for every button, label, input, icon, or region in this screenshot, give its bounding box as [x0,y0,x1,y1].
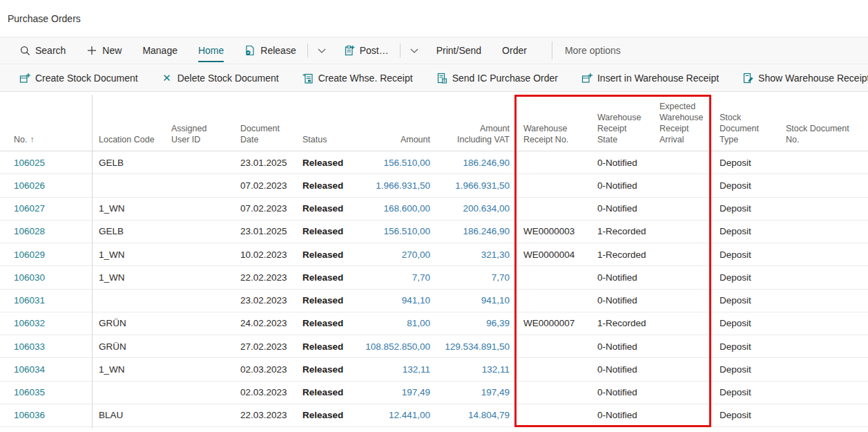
cell-no[interactable]: 106027 [0,198,92,220]
cell-amount-including-vat[interactable]: 200.634,00 [437,198,517,220]
column-header-assigned-user-id[interactable]: Assigned User ID [164,92,233,151]
cell-amount-including-vat[interactable]: 186.246,90 [437,220,517,243]
column-header-location-code[interactable]: Location Code [92,92,164,151]
more-options-button[interactable]: More options [565,45,621,56]
cell-location-code [92,290,164,312]
cell-amount-including-vat[interactable]: 14.804,79 [437,404,517,426]
column-header-amount[interactable]: Amount [347,92,437,151]
cell-no[interactable]: 106036 [0,404,92,426]
column-header-document-date[interactable]: Document Date [233,92,296,151]
cell-document-date: 23.02.2023 [233,290,296,312]
cell-amount[interactable]: 168.600,00 [347,198,437,220]
column-header-stock-document-type[interactable]: Stock Document Type [713,92,779,151]
cell-no[interactable]: 106028 [0,220,92,243]
table-row[interactable]: 106028GELB23.01.2025Released156.510,0018… [0,220,868,243]
cell-no[interactable]: 106025 [0,151,92,173]
column-header-status[interactable]: Status [296,92,347,151]
column-header-stock-document-no[interactable]: Stock Document No. [779,92,868,151]
manage-menu[interactable]: Manage [142,45,177,56]
cell-amount-including-vat[interactable]: 321,30 [437,243,517,265]
cell-document-date: 02.03.2023 [233,358,296,380]
cell-warehouse-receipt-no [517,266,590,288]
cell-amount[interactable]: 132,11 [347,358,437,380]
column-header-no[interactable]: No.↑ [0,92,92,151]
release-split-chevron-icon[interactable] [318,48,326,53]
cell-stock-document-type: Deposit [713,266,779,288]
cell-amount[interactable]: 197,49 [347,382,437,404]
cell-expected-warehouse-receipt-arrival [653,404,713,426]
cell-amount[interactable]: 7,70 [347,266,437,288]
cell-amount-including-vat[interactable]: 186.246,90 [437,151,517,173]
cell-amount[interactable]: 1.966.931,50 [347,174,437,196]
cell-amount-including-vat[interactable]: 129.534.891,50 [437,335,517,357]
cell-amount[interactable]: 941,10 [347,290,437,312]
table-row[interactable]: 106032GRÜN24.02.2023Released81,0096,39WE… [0,312,868,335]
column-header-warehouse-receipt-state[interactable]: Warehouse Receipt State [590,92,653,151]
cell-no[interactable]: 106030 [0,266,92,288]
column-header-expected-warehouse-receipt-arrival[interactable]: Expected Warehouse Receipt Arrival [653,92,713,151]
cell-amount[interactable]: 156.510,00 [347,220,437,243]
manage-label: Manage [142,45,177,56]
column-header-warehouse-receipt-no[interactable]: Warehouse Receipt No. [517,92,590,151]
cell-amount-including-vat[interactable]: 132,11 [437,358,517,380]
cell-amount-including-vat[interactable]: 1.966.931,50 [437,174,517,196]
cell-assigned-user-id [164,358,233,380]
cell-no[interactable]: 106032 [0,312,92,335]
cell-no[interactable]: 106031 [0,290,92,312]
cell-location-code [92,382,164,404]
table-row[interactable]: 1060341_WN02.03.2023Released132,11132,11… [0,358,868,381]
table-row[interactable]: 1060291_WN10.02.2023Released270,00321,30… [0,243,868,266]
table-row[interactable]: 106036BLAU22.03.2023Released12.441,0014.… [0,404,868,427]
delete-stock-document-button[interactable]: ✕ Delete Stock Document [162,73,279,84]
cell-amount[interactable]: 12.441,00 [347,404,437,426]
cell-amount[interactable]: 108.852.850,00 [347,335,437,357]
release-button[interactable]: Release [244,45,296,56]
send-ic-purchase-order-button[interactable]: Send IC Purchase Order [436,73,558,84]
cell-no[interactable]: 106033 [0,335,92,357]
cell-warehouse-receipt-state: 0-Notified [590,358,653,380]
cell-document-date: 24.02.2023 [233,312,296,335]
table-row[interactable]: 106033GRÜN27.02.2023Released108.852.850,… [0,335,868,358]
show-warehouse-receipt-button[interactable]: Show Warehouse Receipt [742,73,868,84]
table-row[interactable]: 10603123.02.2023Released941,10941,100-No… [0,290,868,312]
new-button[interactable]: New [86,45,122,56]
cell-warehouse-receipt-no [517,358,590,380]
order-menu[interactable]: Order [502,45,527,56]
cell-stock-document-type: Deposit [713,404,779,426]
cell-amount-including-vat[interactable]: 197,49 [437,382,517,404]
post-button[interactable]: Post… [344,45,389,56]
cell-amount-including-vat[interactable]: 7,70 [437,266,517,288]
table-row[interactable]: 1060301_WN22.02.2023Released7,707,700-No… [0,266,868,289]
cell-expected-warehouse-receipt-arrival [653,198,713,220]
cell-status: Released [296,198,347,220]
print-send-menu[interactable]: Print/Send [436,45,481,56]
cell-amount-including-vat[interactable]: 96,39 [437,312,517,335]
cell-no[interactable]: 106026 [0,174,92,196]
create-stock-document-button[interactable]: Create Stock Document [19,73,138,84]
cell-amount[interactable]: 270,00 [347,243,437,265]
search-button[interactable]: Search [19,45,66,56]
cell-amount-including-vat[interactable]: 941,10 [437,290,517,312]
cell-stock-document-no [779,404,868,426]
cell-no[interactable]: 106034 [0,358,92,380]
table-row[interactable]: 1060271_WN07.02.2023Released168.600,0020… [0,198,868,220]
table-row[interactable]: 106025GELB23.01.2025Released156.510,0018… [0,151,868,174]
create-whse-receipt-button[interactable]: Create Whse. Receipt [302,73,413,84]
home-tab[interactable]: Home [198,45,224,56]
cell-location-code [92,174,164,196]
cell-no[interactable]: 106035 [0,382,92,404]
table-row[interactable]: 10603502.03.2023Released197,49197,490-No… [0,382,868,404]
cell-document-date: 23.01.2025 [233,151,296,173]
table-row[interactable]: 10602607.02.2023Released1.966.931,501.96… [0,174,868,197]
cell-amount[interactable]: 81,00 [347,312,437,335]
cell-warehouse-receipt-no [517,198,590,220]
cell-amount[interactable]: 156.510,00 [347,151,437,173]
cell-stock-document-type: Deposit [713,151,779,173]
title-bar: Purchase Orders [0,0,868,37]
cell-stock-document-type: Deposit [713,220,779,243]
insert-in-warehouse-receipt-button[interactable]: Insert in Warehouse Receipt [581,73,719,84]
column-header-amount-including-vat[interactable]: Amount Including VAT [437,92,517,151]
divider [552,41,552,59]
cell-no[interactable]: 106029 [0,243,92,265]
post-split-chevron-icon[interactable] [410,48,418,53]
